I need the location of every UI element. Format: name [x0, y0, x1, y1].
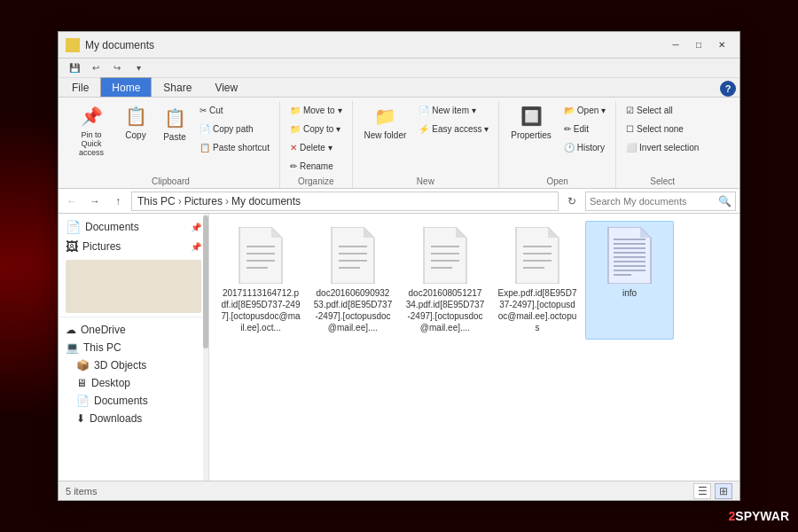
- history-button[interactable]: 🕐 History: [559, 138, 610, 156]
- sidebar-divider-1: [59, 317, 208, 317]
- organize-label: Organize: [286, 176, 347, 186]
- invert-selection-button[interactable]: ⬜ Invert selection: [622, 138, 703, 156]
- breadcrumb[interactable]: This PC › Pictures › My documents: [131, 192, 559, 211]
- new-item-button[interactable]: 📄 New item ▾: [414, 101, 493, 119]
- pin-indicator: 📌: [191, 223, 201, 232]
- address-bar: ← → ↑ This PC › Pictures › My documents …: [59, 189, 739, 214]
- delete-button[interactable]: ✕ Delete ▾: [286, 138, 347, 156]
- qa-save-button[interactable]: 💾: [66, 59, 83, 77]
- copy-icon: 📋: [123, 104, 148, 129]
- sidebar-item-3dobjects[interactable]: 📦 3D Objects: [59, 356, 208, 374]
- maximize-button[interactable]: □: [688, 36, 709, 54]
- tab-home[interactable]: Home: [100, 77, 152, 97]
- select-buttons: ☑ Select all ☐ Select none ⬜ Invert sele…: [622, 101, 703, 175]
- paste-button[interactable]: 📋 Paste: [156, 103, 193, 145]
- rename-icon: ✏: [290, 161, 297, 171]
- easy-access-button[interactable]: ⚡ Easy access ▾: [414, 120, 493, 137]
- tab-share[interactable]: Share: [152, 77, 203, 97]
- properties-button[interactable]: 🔲 Properties: [505, 101, 558, 143]
- open-buttons: 🔲 Properties 📂 Open ▾ ✏ Edit 🕐 History: [505, 101, 610, 175]
- sidebar-item-desktop[interactable]: 🖥 Desktop: [59, 374, 208, 392]
- ribbon-group-select: ☑ Select all ☐ Select none ⬜ Invert sele…: [616, 101, 708, 188]
- sidebar-item-documents[interactable]: 📄 Documents: [59, 392, 208, 410]
- open-small-btns: 📂 Open ▾ ✏ Edit 🕐 History: [559, 101, 610, 156]
- list-item[interactable]: info: [585, 221, 674, 340]
- new-small-btns: 📄 New item ▾ ⚡ Easy access ▾: [414, 101, 493, 137]
- tab-view[interactable]: View: [203, 77, 249, 97]
- cut-button[interactable]: ✂ Cut: [195, 101, 274, 119]
- qa-redo-button[interactable]: ↪: [108, 59, 126, 77]
- list-view-button[interactable]: ☰: [693, 483, 711, 499]
- cut-icon: ✂: [200, 106, 207, 115]
- move-to-icon: 📁: [290, 106, 301, 115]
- refresh-button[interactable]: ↻: [562, 192, 582, 211]
- list-item[interactable]: doc201606090932 53.pdf.id[8E95D737-2497]…: [309, 221, 397, 340]
- forward-button[interactable]: →: [85, 192, 105, 211]
- copy-to-button[interactable]: 📁 Copy to ▾: [286, 120, 347, 137]
- item-count: 5 items: [66, 486, 97, 497]
- sidebar-item-onedrive[interactable]: ☁ OneDrive: [59, 321, 208, 339]
- file-icon-1: [236, 227, 286, 284]
- spywar-badge: 2SPYWAR: [729, 509, 789, 523]
- search-input[interactable]: [590, 196, 718, 207]
- back-button[interactable]: ←: [62, 192, 82, 211]
- close-button[interactable]: ✕: [711, 36, 732, 54]
- move-to-button[interactable]: 📁 Move to ▾: [286, 101, 347, 119]
- select-none-button[interactable]: ☐ Select none: [622, 120, 703, 137]
- documents-folder-icon: 📄: [66, 220, 81, 234]
- new-folder-icon: 📁: [372, 104, 397, 129]
- list-item[interactable]: doc201608051217 34.pdf.id[8E95D737-2497]…: [401, 221, 489, 340]
- file-area: 20171113164712.pdf.id[8E95D737-2497].[oc…: [209, 214, 739, 481]
- qa-dropdown-button[interactable]: ▾: [129, 59, 147, 77]
- open-button[interactable]: 📂 Open ▾: [559, 101, 610, 119]
- copy-path-button[interactable]: 📄 Copy path: [195, 120, 274, 137]
- new-buttons: 📁 New folder 📄 New item ▾ ⚡ Easy access …: [358, 101, 494, 175]
- file-name-1: 20171113164712.pdf.id[8E95D737-2497].[oc…: [221, 287, 301, 333]
- edit-button[interactable]: ✏ Edit: [559, 120, 610, 137]
- open-label: Open: [505, 176, 610, 186]
- help-button[interactable]: ?: [720, 81, 736, 97]
- sidebar-scrollbar[interactable]: [203, 214, 208, 481]
- ribbon-group-new: 📁 New folder 📄 New item ▾ ⚡ Easy access …: [353, 101, 500, 188]
- copy-button[interactable]: 📋 Copy: [117, 101, 154, 143]
- pin-icon: 📌: [79, 104, 104, 129]
- list-item[interactable]: 20171113164712.pdf.id[8E95D737-2497].[oc…: [216, 221, 305, 340]
- view-controls: ☰ ⊞: [693, 483, 732, 499]
- rename-button[interactable]: ✏ Rename: [286, 157, 347, 175]
- sidebar-item-thispc[interactable]: 💻 This PC: [59, 339, 208, 356]
- search-box: 🔍: [585, 192, 736, 211]
- tab-file[interactable]: File: [60, 77, 100, 97]
- grid-view-button[interactable]: ⊞: [715, 483, 732, 499]
- file-icon-3: [420, 227, 470, 284]
- select-none-icon: ☐: [626, 124, 634, 134]
- history-icon: 🕐: [564, 143, 575, 153]
- paste-shortcut-icon: 📋: [200, 143, 210, 153]
- title-bar: My documents ─ □ ✕: [59, 32, 739, 59]
- list-item[interactable]: Expe.pdf.id[8E95D737-2497].[octopusdoc@m…: [493, 221, 582, 340]
- new-item-icon: 📄: [419, 106, 429, 115]
- invert-selection-icon: ⬜: [626, 143, 637, 153]
- pin-to-quick-access-button[interactable]: 📌 Pin to Quick access: [67, 101, 115, 160]
- paste-shortcut-button[interactable]: 📋 Paste shortcut: [195, 138, 274, 156]
- documents-icon: 📄: [66, 395, 90, 407]
- title-bar-controls: ─ □ ✕: [665, 36, 732, 54]
- select-all-button[interactable]: ☑ Select all: [622, 101, 703, 119]
- file-name-2: doc201606090932 53.pdf.id[8E95D737-2497]…: [313, 287, 393, 333]
- ribbon-content: 📌 Pin to Quick access 📋 Copy 📋 Paste: [59, 98, 739, 189]
- edit-icon: ✏: [564, 124, 571, 134]
- select-small-btns: ☑ Select all ☐ Select none ⬜ Invert sele…: [622, 101, 703, 156]
- new-label: New: [358, 176, 494, 186]
- minimize-button[interactable]: ─: [665, 36, 686, 54]
- up-button[interactable]: ↑: [108, 192, 128, 211]
- downloads-icon: ⬇: [66, 412, 85, 425]
- qa-undo-button[interactable]: ↩: [87, 59, 105, 77]
- sidebar-item-downloads[interactable]: ⬇ Downloads: [59, 410, 208, 427]
- new-folder-button[interactable]: 📁 New folder: [358, 101, 413, 143]
- sidebar-item-pictures-pinned[interactable]: 🖼 Pictures 📌: [59, 237, 208, 256]
- search-icon[interactable]: 🔍: [718, 195, 732, 207]
- breadcrumb-item-pictures: Pictures: [184, 195, 223, 207]
- clipboard-small-buttons: ✂ Cut 📄 Copy path 📋 Paste shortcut: [195, 101, 274, 156]
- delete-icon: ✕: [290, 143, 297, 153]
- sidebar-item-documents-pinned[interactable]: 📄 Documents 📌: [59, 217, 208, 237]
- breadcrumb-separator-1: ›: [178, 195, 182, 207]
